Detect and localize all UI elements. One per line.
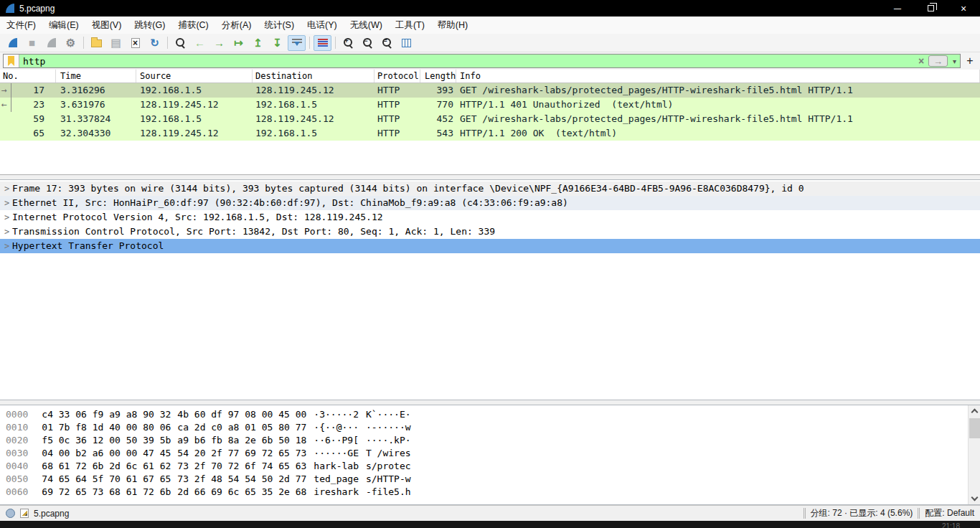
capture-options-button[interactable]: ⚙ [62,35,80,51]
filter-clear-button[interactable]: × [914,55,928,67]
detail-row-ethernet[interactable]: >Ethernet II, Src: HonHaiPr_60:df:97 (90… [0,196,980,210]
expander-icon: > [0,182,12,196]
menu-item-help[interactable]: 帮助(H) [431,16,474,34]
column-header-time[interactable]: Time [56,70,136,82]
menu-item-view[interactable]: 视图(V) [85,16,128,34]
menu-item-capture[interactable]: 捕获(C) [171,16,215,34]
hex-bytes-right: 2d 66 69 6c 65 35 2e 68 [177,486,306,497]
column-header-no[interactable]: No. [0,70,56,82]
hex-scrollbar[interactable] [968,405,980,504]
filter-bookmark-button[interactable] [4,55,19,67]
column-header-length[interactable]: Length [420,70,456,82]
find-packet-button[interactable] [171,35,189,51]
filter-dropdown-caret[interactable]: ▾ [949,57,960,65]
filter-apply-button[interactable]: → [928,55,948,67]
open-file-button[interactable] [88,35,105,51]
close-file-button[interactable]: × [126,35,144,51]
column-header-destination[interactable]: Destination [253,70,374,82]
reload-file-button[interactable]: ↻ [146,35,164,51]
restore-button[interactable] [914,0,947,16]
detail-row-ip[interactable]: >Internet Protocol Version 4, Src: 192.1… [0,210,980,225]
menu-item-tools[interactable]: 工具(T) [389,16,431,34]
menu-item-go[interactable]: 跳转(G) [128,16,171,34]
hex-body[interactable]: 0000c4 33 06 f9 a9 a8 90 324b 60 df 97 0… [6,408,980,499]
packet-count-label: 分组: 72 · 已显示: 4 (5.6%) [811,507,913,519]
hex-bytes-left: 01 7b f8 1d 40 00 80 06 [42,422,171,433]
resize-columns-button[interactable] [397,35,415,51]
packet-row[interactable]: 6532.304330128.119.245.12192.168.1.5HTTP… [0,126,980,141]
packet-protocol: HTTP [374,83,420,98]
column-header-protocol[interactable]: Protocol [374,70,420,82]
packet-row[interactable]: ←233.631976128.119.245.12192.168.1.5HTTP… [0,98,980,112]
stop-capture-button[interactable]: ■ [23,35,41,51]
hex-row[interactable]: 003004 00 b2 a6 00 00 47 4554 20 2f 77 6… [6,447,980,460]
menu-item-statistics[interactable]: 统计(S) [258,16,301,34]
zoom-in-button[interactable]: + [339,35,357,51]
expert-info-icon[interactable] [6,509,15,518]
hex-row[interactable]: 005074 65 64 5f 70 61 67 6573 2f 48 54 5… [6,473,980,486]
filter-value[interactable]: http [19,56,914,67]
packet-time: 3.631976 [56,98,136,112]
hex-row[interactable]: 006069 72 65 73 68 61 72 6b2d 66 69 6c 6… [6,486,980,499]
column-header-info[interactable]: Info [456,70,980,82]
go-back-button[interactable]: ← [191,35,209,51]
scroll-down-icon[interactable] [971,494,979,501]
packet-row[interactable]: 5931.337824192.168.1.5128.119.245.12HTTP… [0,112,980,126]
packet-time: 32.304330 [56,126,136,141]
zoom-out-button[interactable]: − [359,35,377,51]
filter-add-button[interactable]: + [963,54,977,68]
go-first-button[interactable]: ↥ [249,35,267,51]
find-packet-icon [175,37,187,49]
colorize-button[interactable] [314,35,331,51]
menu-bar: 文件(F)编辑(E)视图(V)跳转(G)捕获(C)分析(A)统计(S)电话(Y)… [0,16,980,34]
expander-icon: > [0,196,12,210]
hex-bytes-left: f5 0c 36 12 00 50 39 5b [42,435,171,446]
packet-protocol: HTTP [374,98,420,112]
menu-item-analyze[interactable]: 分析(A) [215,16,258,34]
ascii-left: ireshark [314,486,359,497]
zoom-100-icon: = [382,37,393,49]
capture-comment-icon[interactable] [20,509,29,518]
start-capture-button[interactable] [4,35,22,51]
packet-details[interactable]: >Frame 17: 393 bytes on wire (3144 bits)… [0,179,980,400]
detail-row-frame[interactable]: >Frame 17: 393 bytes on wire (3144 bits)… [0,182,980,196]
menu-item-telephony[interactable]: 电话(Y) [301,16,344,34]
hex-offset: 0030 [6,447,28,460]
display-filter-input[interactable]: http × → ▾ [3,54,961,68]
detail-row-http[interactable]: >Hypertext Transfer Protocol [0,239,980,253]
hex-row[interactable]: 0020f5 0c 36 12 00 50 39 5ba9 b6 fb 8a 2… [6,434,980,447]
column-header-source[interactable]: Source [136,70,253,82]
hex-row[interactable]: 004068 61 72 6b 2d 6c 61 6273 2f 70 72 6… [6,460,980,473]
menu-item-wireless[interactable]: 无线(W) [344,16,389,34]
go-first-icon: ↥ [253,37,263,48]
restart-capture-button[interactable] [42,35,60,51]
packet-info: GET /wireshark-labs/protected_pages/HTTP… [456,112,980,126]
ascii-right: K`····E· [366,409,411,420]
resize-columns-icon [402,39,411,47]
related-packet-arrow-icon: ← [1,98,13,112]
go-to-packet-button[interactable]: ↦ [230,35,248,51]
auto-scroll-button[interactable] [288,35,306,51]
save-file-button[interactable]: ▤ [107,35,125,51]
packet-length: 543 [420,126,456,141]
menu-item-edit[interactable]: 编辑(E) [42,16,85,34]
scrollbar-thumb[interactable] [969,418,980,438]
zoom-100-button[interactable]: = [378,35,396,51]
packet-list-pane: No.TimeSourceDestinationProtocolLengthIn… [0,70,980,175]
ascii-right: s/protec [366,461,411,471]
detail-row-tcp[interactable]: >Transmission Control Protocol, Src Port… [0,225,980,239]
packet-time: 3.316296 [56,83,136,98]
packet-row[interactable]: →173.316296192.168.1.5128.119.245.12HTTP… [0,83,980,98]
packet-list-body[interactable]: →173.316296192.168.1.5128.119.245.12HTTP… [0,83,980,175]
wireshark-logo-icon [6,4,14,13]
hex-row[interactable]: 0000c4 33 06 f9 a9 a8 90 324b 60 df 97 0… [6,408,980,421]
scroll-up-icon[interactable] [971,409,979,416]
hex-row[interactable]: 001001 7b f8 1d 40 00 80 06ca 2d c0 a8 0… [6,421,980,434]
go-forward-button[interactable]: → [210,35,228,51]
menu-item-file[interactable]: 文件(F) [0,16,42,34]
packet-no-cell: 65 [0,126,56,141]
profile-label[interactable]: 配置: Default [925,507,974,519]
go-last-button[interactable]: ↧ [268,35,286,51]
minimize-button[interactable]: ─ [881,0,914,16]
close-button[interactable]: × [947,0,980,16]
